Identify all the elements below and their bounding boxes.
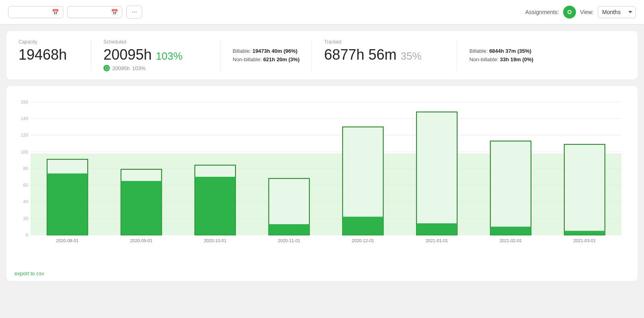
billable-row: Billable: 19473h 40m (96%) [233, 48, 299, 54]
svg-text:100: 100 [21, 150, 28, 154]
svg-text:2020-11-01: 2020-11-01 [278, 238, 300, 243]
svg-rect-39 [490, 227, 531, 235]
svg-text:140: 140 [21, 116, 28, 121]
chart-container: 0204060801001201401602020-08-012020-09-0… [6, 86, 638, 281]
svg-text:2020-12-01: 2020-12-01 [352, 238, 374, 243]
svg-rect-42 [564, 231, 605, 235]
view-select[interactable]: Days Weeks Months Quarters [598, 6, 636, 18]
capacity-value: 19468h [19, 46, 67, 63]
svg-text:2020-10-01: 2020-10-01 [204, 238, 227, 243]
divider-3 [312, 39, 312, 71]
tracked-label: Tracked [324, 39, 445, 45]
tracked-value: 6877h 56m [324, 46, 396, 63]
tracked-billable-value: 6844h 37m (35%) [489, 48, 531, 54]
scheduled-percent: 103% [156, 50, 183, 62]
billable-label: Billable: [233, 48, 251, 54]
scheduled-sub-value: 20095h [112, 65, 130, 71]
svg-text:2021-01-01: 2021-01-01 [425, 238, 448, 243]
end-date-input[interactable]: 31-03-2021 [72, 9, 108, 15]
svg-rect-21 [47, 173, 88, 235]
nonbillable-label: Non-billable: [233, 56, 262, 62]
tracked-billable-block: Billable: 6844h 37m (35%) Non-billable: … [469, 48, 533, 62]
tracked-nonbillable-label: Non-billable: [469, 56, 498, 62]
svg-text:120: 120 [21, 133, 28, 137]
scheduled-label: Scheduled [103, 39, 208, 45]
chart-area: 0204060801001201401602020-08-012020-09-0… [14, 94, 630, 267]
tracked-block: Tracked 6877h 56m 35% [324, 39, 445, 63]
svg-rect-24 [121, 181, 162, 235]
divider-2 [220, 39, 221, 71]
svg-text:2021-02-01: 2021-02-01 [500, 238, 522, 243]
svg-text:160: 160 [21, 100, 28, 104]
start-date-input[interactable]: 01-08-2020 [12, 9, 49, 15]
view-label: View: [580, 9, 594, 15]
svg-rect-41 [564, 144, 605, 235]
assignments-icon [568, 10, 572, 14]
nonbillable-row: Non-billable: 621h 20m (3%) [233, 56, 299, 62]
stats-card: Capacity 19468h Scheduled 20095h 103% 20… [6, 31, 638, 79]
scheduled-value: 20095h [103, 46, 152, 63]
chart-svg: 0204060801001201401602020-08-012020-09-0… [14, 94, 630, 255]
svg-text:80: 80 [23, 166, 28, 171]
svg-rect-19 [31, 154, 621, 235]
svg-rect-35 [417, 112, 457, 235]
divider-4 [457, 39, 457, 71]
scheduled-block: Scheduled 20095h 103% 20095h 103% [103, 39, 208, 71]
capacity-label: Capacity [19, 39, 79, 45]
start-calendar-icon[interactable]: 📅 [52, 9, 59, 15]
svg-text:40: 40 [23, 199, 28, 204]
svg-rect-38 [490, 141, 531, 235]
top-bar: 01-08-2020 📅 31-03-2021 📅 ··· Assignment… [0, 0, 644, 25]
assignments-label: Assignments: [525, 9, 559, 15]
assignments-toggle-button[interactable] [563, 6, 576, 19]
tracked-billable-row: Billable: 6844h 37m (35%) [469, 48, 533, 54]
svg-text:20: 20 [23, 216, 28, 221]
export-csv-link[interactable]: export to csv [14, 270, 44, 276]
svg-text:2020-09-01: 2020-09-01 [130, 238, 153, 243]
scheduled-sub-percent: 103% [132, 65, 145, 71]
svg-text:60: 60 [23, 183, 28, 187]
divider-1 [91, 39, 91, 71]
svg-text:0: 0 [26, 233, 28, 237]
more-options-button[interactable]: ··· [126, 6, 142, 19]
scheduled-billable-block: Billable: 19473h 40m (96%) Non-billable:… [233, 48, 299, 62]
billable-value: 19473h 40m (96%) [252, 48, 297, 54]
svg-text:2020-08-01: 2020-08-01 [56, 238, 79, 243]
svg-rect-36 [417, 223, 457, 235]
tracked-percent: 35% [400, 50, 421, 62]
start-date-wrapper: 01-08-2020 📅 [8, 6, 63, 18]
scheduled-sub: 20095h 103% [103, 65, 208, 71]
scheduled-icon [103, 65, 110, 71]
svg-rect-27 [195, 177, 235, 235]
tracked-billable-label: Billable: [469, 48, 488, 54]
end-date-wrapper: 31-03-2021 📅 [67, 6, 122, 18]
nonbillable-value: 621h 20m (3%) [263, 56, 299, 62]
svg-rect-30 [269, 224, 310, 235]
capacity-block: Capacity 19468h [19, 39, 79, 63]
end-calendar-icon[interactable]: 📅 [111, 9, 118, 15]
tracked-nonbillable-row: Non-billable: 33h 19m (0%) [469, 56, 533, 62]
tracked-nonbillable-value: 33h 19m (0%) [500, 56, 533, 62]
svg-text:2021-03-01: 2021-03-01 [574, 238, 596, 243]
svg-rect-33 [343, 217, 383, 235]
